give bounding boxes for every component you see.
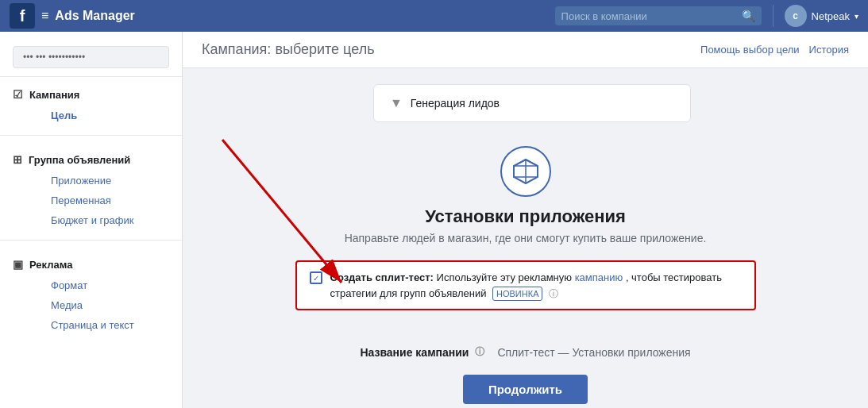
campaign-name-label: Название кампании ⓘ bbox=[360, 345, 484, 359]
sidebar-section-adgroup: ⊞ Группа объявлений Приложение Переменна… bbox=[0, 142, 182, 233]
page-title-main: Кампания: bbox=[202, 41, 271, 57]
sidebar-section-ads: ▣ Реклама Формат Медиа Страница и текст bbox=[0, 247, 182, 338]
novinka-badge: НОВИНКА bbox=[492, 287, 542, 302]
continue-button[interactable]: Продолжить bbox=[463, 375, 588, 404]
help-link[interactable]: Помощь выбор цели bbox=[700, 44, 800, 56]
lead-gen-label: Генерация лидов bbox=[411, 97, 500, 110]
sidebar-item-format[interactable]: Формат bbox=[13, 275, 169, 295]
sidebar-item-goal[interactable]: Цель bbox=[13, 106, 169, 125]
campaign-name-info-icon[interactable]: ⓘ bbox=[475, 345, 484, 359]
app-install-section: Установки приложения Направьте людей в м… bbox=[214, 146, 836, 326]
facebook-logo: f bbox=[10, 3, 35, 29]
continue-button-wrap: Продолжить bbox=[214, 375, 836, 404]
sidebar-item-variable[interactable]: Переменная bbox=[13, 191, 169, 210]
sidebar-divider-1 bbox=[0, 135, 182, 136]
sidebar-account: ••• ••• ••••••••••• bbox=[0, 38, 182, 77]
info-icon[interactable]: ⓘ bbox=[549, 288, 558, 299]
hamburger-icon[interactable]: ≡ bbox=[41, 9, 48, 23]
sidebar-section-header-ads: ▣ Реклама bbox=[13, 258, 169, 271]
split-test-box: ✓ Создать сплит-тест: Используйте эту ре… bbox=[295, 260, 756, 310]
ads-section-icon: ▣ bbox=[13, 258, 23, 271]
avatar: c bbox=[785, 5, 807, 27]
campaign-name-row: Название кампании ⓘ Сплит-тест — Установ… bbox=[214, 345, 836, 359]
funnel-icon: ▼ bbox=[390, 96, 403, 110]
box-icon bbox=[511, 157, 540, 186]
account-button[interactable]: ••• ••• ••••••••••• bbox=[13, 46, 169, 68]
top-navigation: f ≡ Ads Manager 🔍 c Netpeak ▾ bbox=[0, 0, 868, 32]
search-input[interactable] bbox=[561, 10, 739, 22]
app-title: Ads Manager bbox=[55, 9, 134, 23]
history-link[interactable]: История bbox=[809, 44, 849, 56]
sidebar-section-header-adgroup: ⊞ Группа объявлений bbox=[13, 153, 169, 166]
page-title: Кампания: выберите цель bbox=[202, 41, 375, 58]
sidebar-item-media[interactable]: Медиа bbox=[13, 295, 169, 315]
campaign-section-label: Кампания bbox=[29, 89, 79, 101]
app-icon-circle bbox=[500, 146, 551, 197]
campaign-name-value: Сплит-тест — Установки приложения bbox=[497, 346, 690, 359]
checkmark-icon: ✓ bbox=[313, 274, 319, 283]
main-layout: ••• ••• ••••••••••• ☑ Кампания Цель ⊞ Гр… bbox=[0, 32, 868, 408]
user-badge[interactable]: c Netpeak ▾ bbox=[785, 5, 858, 27]
adgroup-section-label: Группа объявлений bbox=[29, 154, 130, 166]
app-install-title: Установки приложения bbox=[425, 206, 626, 227]
sidebar-section-campaign: ☑ Кампания Цель bbox=[0, 77, 182, 129]
app-install-description: Направьте людей в магазин, где они смогу… bbox=[345, 232, 707, 244]
split-test-label: Создать сплит-тест: bbox=[330, 271, 434, 283]
chevron-down-icon: ▾ bbox=[854, 12, 858, 21]
lead-gen-card: ▼ Генерация лидов bbox=[373, 84, 691, 122]
sidebar: ••• ••• ••••••••••• ☑ Кампания Цель ⊞ Гр… bbox=[0, 32, 183, 408]
sidebar-divider-2 bbox=[0, 240, 182, 241]
page-header: Кампания: выберите цель Помощь выбор цел… bbox=[183, 32, 868, 68]
nav-search-area: 🔍 c Netpeak ▾ bbox=[555, 5, 858, 27]
search-icon[interactable]: 🔍 bbox=[742, 10, 755, 22]
sidebar-item-page-text[interactable]: Страница и текст bbox=[13, 315, 169, 335]
sidebar-section-header-campaign: ☑ Кампания bbox=[13, 88, 169, 101]
content-area: ▼ Генерация лидов bbox=[183, 68, 868, 408]
ads-section-label: Реклама bbox=[29, 259, 72, 271]
adgroup-section-icon: ⊞ bbox=[13, 153, 22, 166]
user-name: Netpeak bbox=[812, 10, 850, 22]
campaign-section-icon: ☑ bbox=[13, 88, 23, 101]
split-test-before: Используйте эту рекламную bbox=[437, 271, 575, 283]
page-title-sub: выберите цель bbox=[271, 41, 374, 57]
search-box[interactable]: 🔍 bbox=[555, 6, 762, 25]
main-content: Кампания: выберите цель Помощь выбор цел… bbox=[183, 32, 868, 408]
split-test-text: Создать сплит-тест: Используйте эту рекл… bbox=[330, 270, 742, 301]
split-test-campaign-link[interactable]: кампанию bbox=[575, 271, 623, 283]
sidebar-item-budget[interactable]: Бюджет и график bbox=[13, 210, 169, 230]
sidebar-item-app[interactable]: Приложение bbox=[13, 171, 169, 191]
page-header-actions: Помощь выбор цели История bbox=[700, 44, 849, 56]
nav-divider bbox=[773, 5, 773, 27]
split-test-checkbox[interactable]: ✓ bbox=[310, 271, 322, 284]
